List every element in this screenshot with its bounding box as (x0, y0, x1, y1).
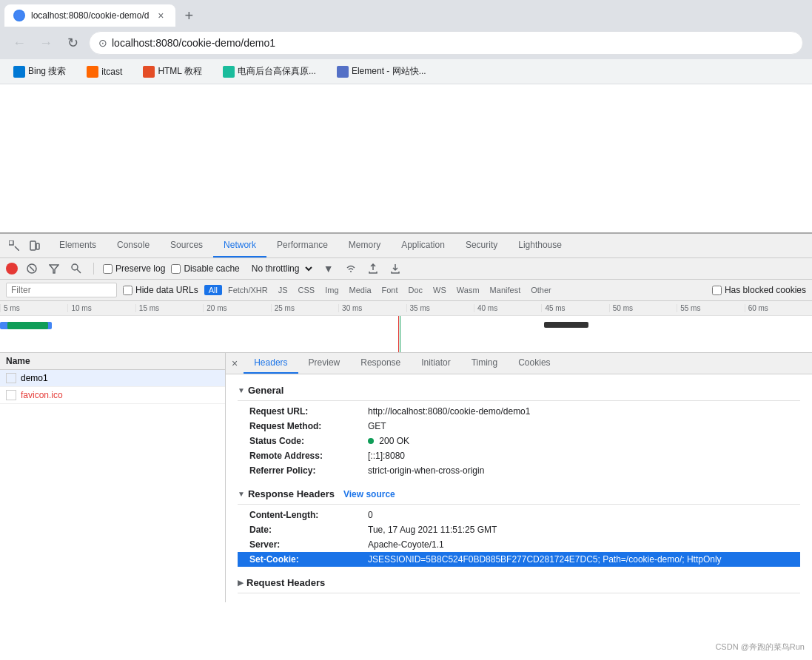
filter-doc[interactable]: Doc (404, 285, 428, 295)
filter-icon-button[interactable] (46, 260, 62, 277)
stop-recording-button[interactable] (24, 260, 40, 277)
tab-sources[interactable]: Sources (160, 234, 213, 257)
tab-favicon (13, 10, 25, 21)
has-blocked-cookies-checkbox[interactable]: Has blocked cookies (712, 285, 806, 295)
filter-other[interactable]: Other (526, 285, 556, 295)
request-item-demo1[interactable]: demo1 (0, 370, 225, 387)
download-icon[interactable] (387, 260, 403, 277)
tab-elements[interactable]: Elements (49, 234, 107, 257)
element-icon (337, 66, 349, 78)
new-tab-button[interactable]: + (180, 4, 198, 27)
detail-tab-timing[interactable]: Timing (461, 353, 509, 374)
hide-data-urls-input[interactable] (123, 286, 132, 295)
tab-performance[interactable]: Performance (266, 234, 338, 257)
svg-rect-1 (30, 241, 36, 250)
disable-cache-checkbox[interactable]: Disable cache (171, 263, 239, 274)
tab-memory[interactable]: Memory (338, 234, 391, 257)
svg-rect-2 (36, 243, 39, 249)
general-title: General (248, 385, 283, 396)
forward-button[interactable]: → (36, 33, 56, 53)
remote-address-row: Remote Address: [::1]:8080 (238, 448, 800, 463)
response-headers-section-header[interactable]: ▼ Response Headers View source (238, 484, 800, 505)
tab-security[interactable]: Security (455, 234, 508, 257)
filter-manifest[interactable]: Manifest (486, 285, 526, 295)
url-bar[interactable]: ⊙ localhost:8080/cookie-demo/demo1 (89, 31, 803, 55)
server-label: Server: (249, 539, 368, 550)
hide-data-urls-checkbox[interactable]: Hide data URLs (123, 285, 198, 295)
url-text: localhost:8080/cookie-demo/demo1 (112, 37, 275, 49)
detail-tab-response[interactable]: Response (350, 353, 411, 374)
lock-icon: ⊙ (98, 37, 107, 49)
upload-icon[interactable] (365, 260, 381, 277)
request-url-label: Request URL: (249, 406, 368, 417)
itcast-icon (87, 66, 98, 78)
svg-point-6 (72, 264, 78, 270)
tick-10ms: 10 ms (67, 304, 135, 312)
filter-ws[interactable]: WS (429, 285, 451, 295)
status-dot-icon (368, 438, 374, 444)
back-button[interactable]: ← (9, 33, 30, 53)
has-blocked-cookies-input[interactable] (712, 286, 722, 295)
throttle-select[interactable]: No throttling Slow 3G Fast 3G Offline (246, 261, 315, 276)
browser-tab[interactable]: localhost:8080/cookie-demo/d × (4, 4, 175, 27)
request-item-favicon[interactable]: favicon.ico (0, 387, 225, 404)
filter-input[interactable] (6, 283, 117, 297)
view-source-link[interactable]: View source (343, 489, 395, 499)
details-panel: × Headers Preview Response Initiator Tim… (226, 353, 812, 602)
request-method-value: GET (368, 421, 386, 431)
request-icon-demo1 (6, 373, 16, 383)
tab-network[interactable]: Network (213, 234, 266, 257)
tab-application[interactable]: Application (391, 234, 455, 257)
wifi-icon[interactable] (343, 260, 359, 277)
refresh-button[interactable]: ↻ (62, 33, 83, 53)
bookmark-element[interactable]: Element - 网站快... (332, 63, 431, 80)
detail-tab-initiator[interactable]: Initiator (411, 353, 460, 374)
inspect-element-button[interactable] (6, 238, 22, 254)
tick-5ms: 5 ms (0, 304, 67, 312)
bookmark-bing[interactable]: Bing 搜索 (9, 63, 70, 80)
search-icon-button[interactable] (68, 260, 84, 277)
tick-35ms: 35 ms (406, 304, 474, 312)
filter-wasm[interactable]: Wasm (452, 285, 484, 295)
date-value: Tue, 17 Aug 2021 11:51:25 GMT (368, 525, 497, 535)
bookmarks-bar: Bing 搜索 itcast HTML 教程 电商后台高保真原... Eleme… (0, 59, 812, 84)
response-headers-title: Response Headers (248, 488, 335, 499)
filter-all[interactable]: All (204, 285, 222, 295)
bookmark-element-label: Element - 网站快... (352, 65, 426, 78)
device-toolbar-button[interactable] (27, 238, 43, 254)
waterfall-bar-green (7, 322, 48, 329)
record-button[interactable] (6, 263, 18, 275)
filter-media[interactable]: Media (345, 285, 376, 295)
disable-cache-input[interactable] (171, 264, 181, 274)
detail-tab-cookies[interactable]: Cookies (508, 353, 560, 374)
svg-line-4 (30, 266, 34, 271)
bookmark-html[interactable]: HTML 教程 (138, 63, 207, 80)
detail-tab-preview[interactable]: Preview (298, 353, 351, 374)
request-url-row: Request URL: http://localhost:8080/cooki… (238, 404, 800, 419)
network-toolbar: Preserve log Disable cache No throttling… (0, 258, 812, 280)
set-cookie-value: JSESSIONID=5B8C524F0BD885BF277CD281724E7… (368, 554, 722, 565)
general-section-header[interactable]: ▼ General (238, 380, 800, 401)
preserve-log-checkbox[interactable]: Preserve log (103, 263, 165, 274)
tick-55ms: 55 ms (677, 304, 744, 312)
throttle-dropdown-icon[interactable]: ▼ (321, 260, 337, 277)
filter-css[interactable]: CSS (294, 285, 320, 295)
tab-close-button[interactable]: × (155, 10, 167, 21)
bookmark-ecom[interactable]: 电商后台高保真原... (218, 63, 321, 80)
referrer-policy-label: Referrer Policy: (249, 465, 368, 476)
filter-fetch-xhr[interactable]: Fetch/XHR (224, 285, 272, 295)
tab-lighthouse[interactable]: Lighthouse (508, 234, 572, 257)
filter-js[interactable]: JS (274, 285, 292, 295)
filter-font[interactable]: Font (378, 285, 403, 295)
bookmark-itcast[interactable]: itcast (82, 64, 127, 80)
tab-console[interactable]: Console (107, 234, 160, 257)
content-length-value: 0 (368, 510, 373, 520)
preserve-log-input[interactable] (103, 264, 113, 274)
waterfall-bar-dark (544, 322, 588, 328)
tick-25ms: 25 ms (271, 304, 338, 312)
details-close-button[interactable]: × (226, 353, 244, 374)
filter-img[interactable]: Img (321, 285, 343, 295)
requests-panel: Name demo1 favicon.ico (0, 353, 226, 602)
request-headers-section-header[interactable]: ▶ Request Headers (238, 573, 800, 593)
detail-tab-headers[interactable]: Headers (244, 353, 298, 374)
